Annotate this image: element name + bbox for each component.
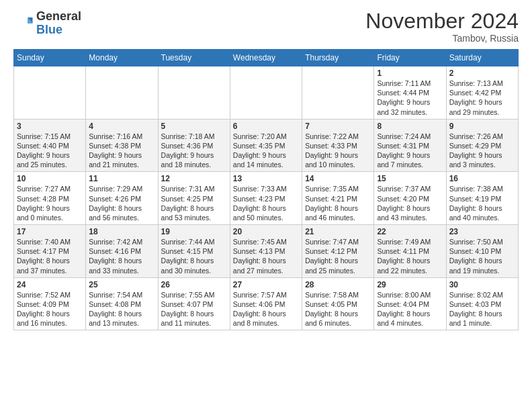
calendar-cell-w1-d3 <box>158 66 230 120</box>
day-info: Sunrise: 7:22 AM Sunset: 4:33 PM Dayligh… <box>305 132 371 170</box>
logo-text: General Blue <box>36 10 81 37</box>
col-thursday: Thursday <box>302 50 374 66</box>
day-info: Sunrise: 8:00 AM Sunset: 4:04 PM Dayligh… <box>377 290 443 328</box>
calendar-cell-w5-d3: 26Sunrise: 7:55 AM Sunset: 4:07 PM Dayli… <box>158 277 230 330</box>
col-saturday: Saturday <box>446 50 518 66</box>
day-number: 26 <box>161 280 227 289</box>
calendar-cell-w1-d1 <box>14 66 86 120</box>
day-info: Sunrise: 7:26 AM Sunset: 4:29 PM Dayligh… <box>449 132 515 170</box>
day-info: Sunrise: 7:50 AM Sunset: 4:10 PM Dayligh… <box>449 237 515 275</box>
col-wednesday: Wednesday <box>230 50 302 66</box>
calendar-cell-w3-d7: 16Sunrise: 7:38 AM Sunset: 4:19 PM Dayli… <box>446 172 518 225</box>
calendar-cell-w2-d7: 9Sunrise: 7:26 AM Sunset: 4:29 PM Daylig… <box>446 119 518 172</box>
calendar-cell-w4-d3: 19Sunrise: 7:44 AM Sunset: 4:15 PM Dayli… <box>158 225 230 278</box>
day-info: Sunrise: 7:20 AM Sunset: 4:35 PM Dayligh… <box>233 132 299 170</box>
day-info: Sunrise: 7:15 AM Sunset: 4:40 PM Dayligh… <box>17 132 83 170</box>
day-number: 1 <box>377 68 443 78</box>
calendar-cell-w4-d1: 17Sunrise: 7:40 AM Sunset: 4:17 PM Dayli… <box>14 225 86 278</box>
month-title: November 2024 <box>365 10 519 32</box>
day-number: 27 <box>233 280 299 289</box>
calendar-cell-w5-d4: 27Sunrise: 7:57 AM Sunset: 4:06 PM Dayli… <box>230 277 302 330</box>
calendar-cell-w1-d5 <box>302 66 374 120</box>
day-info: Sunrise: 7:11 AM Sunset: 4:44 PM Dayligh… <box>377 79 443 117</box>
calendar-cell-w4-d5: 21Sunrise: 7:47 AM Sunset: 4:12 PM Dayli… <box>302 225 374 278</box>
calendar-cell-w2-d3: 5Sunrise: 7:18 AM Sunset: 4:36 PM Daylig… <box>158 119 230 172</box>
calendar-cell-w2-d6: 8Sunrise: 7:24 AM Sunset: 4:31 PM Daylig… <box>374 119 446 172</box>
calendar-cell-w4-d2: 18Sunrise: 7:42 AM Sunset: 4:16 PM Dayli… <box>86 225 158 278</box>
day-number: 29 <box>377 280 443 289</box>
title-area: November 2024 Tambov, Russia <box>365 10 519 44</box>
page: General Blue November 2024 Tambov, Russi… <box>0 0 532 411</box>
day-number: 22 <box>377 227 443 236</box>
day-number: 3 <box>17 122 83 131</box>
day-info: Sunrise: 7:37 AM Sunset: 4:20 PM Dayligh… <box>377 184 443 222</box>
week-row-3: 10Sunrise: 7:27 AM Sunset: 4:28 PM Dayli… <box>14 172 519 225</box>
logo: General Blue <box>13 10 81 37</box>
calendar-cell-w3-d5: 14Sunrise: 7:35 AM Sunset: 4:21 PM Dayli… <box>302 172 374 225</box>
calendar-cell-w1-d4 <box>230 66 302 120</box>
week-row-2: 3Sunrise: 7:15 AM Sunset: 4:40 PM Daylig… <box>14 119 519 172</box>
day-number: 20 <box>233 227 299 236</box>
calendar-cell-w5-d6: 29Sunrise: 8:00 AM Sunset: 4:04 PM Dayli… <box>374 277 446 330</box>
day-info: Sunrise: 7:58 AM Sunset: 4:05 PM Dayligh… <box>305 290 371 328</box>
calendar-cell-w1-d2 <box>86 66 158 120</box>
calendar-cell-w4-d7: 23Sunrise: 7:50 AM Sunset: 4:10 PM Dayli… <box>446 225 518 278</box>
day-info: Sunrise: 7:52 AM Sunset: 4:09 PM Dayligh… <box>17 290 83 328</box>
day-info: Sunrise: 7:42 AM Sunset: 4:16 PM Dayligh… <box>89 237 154 275</box>
calendar-cell-w5-d7: 30Sunrise: 8:02 AM Sunset: 4:03 PM Dayli… <box>446 277 518 330</box>
day-number: 28 <box>305 280 371 289</box>
calendar-cell-w4-d6: 22Sunrise: 7:49 AM Sunset: 4:11 PM Dayli… <box>374 225 446 278</box>
day-number: 16 <box>449 174 515 183</box>
day-number: 2 <box>449 68 515 78</box>
col-sunday: Sunday <box>14 50 86 66</box>
day-number: 21 <box>305 227 371 236</box>
calendar-cell-w5-d5: 28Sunrise: 7:58 AM Sunset: 4:05 PM Dayli… <box>302 277 374 330</box>
day-number: 8 <box>377 122 443 131</box>
week-row-5: 24Sunrise: 7:52 AM Sunset: 4:09 PM Dayli… <box>14 277 519 330</box>
day-info: Sunrise: 8:02 AM Sunset: 4:03 PM Dayligh… <box>449 290 515 328</box>
day-number: 4 <box>89 122 154 131</box>
day-info: Sunrise: 7:24 AM Sunset: 4:31 PM Dayligh… <box>377 132 443 170</box>
day-number: 6 <box>233 122 299 131</box>
day-info: Sunrise: 7:27 AM Sunset: 4:28 PM Dayligh… <box>17 184 83 222</box>
col-friday: Friday <box>374 50 446 66</box>
calendar-cell-w2-d5: 7Sunrise: 7:22 AM Sunset: 4:33 PM Daylig… <box>302 119 374 172</box>
day-info: Sunrise: 7:35 AM Sunset: 4:21 PM Dayligh… <box>305 184 371 222</box>
calendar-cell-w1-d7: 2Sunrise: 7:13 AM Sunset: 4:42 PM Daylig… <box>446 66 518 120</box>
day-number: 10 <box>17 174 83 183</box>
day-number: 23 <box>449 227 515 236</box>
calendar-cell-w2-d4: 6Sunrise: 7:20 AM Sunset: 4:35 PM Daylig… <box>230 119 302 172</box>
calendar-cell-w3-d6: 15Sunrise: 7:37 AM Sunset: 4:20 PM Dayli… <box>374 172 446 225</box>
day-info: Sunrise: 7:57 AM Sunset: 4:06 PM Dayligh… <box>233 290 299 328</box>
day-number: 25 <box>89 280 154 289</box>
day-number: 12 <box>161 174 227 183</box>
calendar-cell-w2-d2: 4Sunrise: 7:16 AM Sunset: 4:38 PM Daylig… <box>86 119 158 172</box>
day-info: Sunrise: 7:13 AM Sunset: 4:42 PM Dayligh… <box>449 79 515 117</box>
day-info: Sunrise: 7:40 AM Sunset: 4:17 PM Dayligh… <box>17 237 83 275</box>
day-info: Sunrise: 7:33 AM Sunset: 4:23 PM Dayligh… <box>233 184 299 222</box>
day-info: Sunrise: 7:31 AM Sunset: 4:25 PM Dayligh… <box>161 184 227 222</box>
day-info: Sunrise: 7:45 AM Sunset: 4:13 PM Dayligh… <box>233 237 299 275</box>
week-row-4: 17Sunrise: 7:40 AM Sunset: 4:17 PM Dayli… <box>14 225 519 278</box>
day-number: 13 <box>233 174 299 183</box>
day-number: 14 <box>305 174 371 183</box>
logo-icon <box>13 13 34 34</box>
day-info: Sunrise: 7:54 AM Sunset: 4:08 PM Dayligh… <box>89 290 154 328</box>
day-info: Sunrise: 7:16 AM Sunset: 4:38 PM Dayligh… <box>89 132 154 170</box>
calendar-cell-w5-d1: 24Sunrise: 7:52 AM Sunset: 4:09 PM Dayli… <box>14 277 86 330</box>
logo-blue: Blue <box>36 23 62 36</box>
day-info: Sunrise: 7:55 AM Sunset: 4:07 PM Dayligh… <box>161 290 227 328</box>
header: General Blue November 2024 Tambov, Russi… <box>13 10 519 44</box>
calendar-header-row: Sunday Monday Tuesday Wednesday Thursday… <box>14 50 519 66</box>
day-info: Sunrise: 7:44 AM Sunset: 4:15 PM Dayligh… <box>161 237 227 275</box>
day-number: 11 <box>89 174 154 183</box>
day-info: Sunrise: 7:38 AM Sunset: 4:19 PM Dayligh… <box>449 184 515 222</box>
day-number: 5 <box>161 122 227 131</box>
day-number: 18 <box>89 227 154 236</box>
day-number: 9 <box>449 122 515 131</box>
location: Tambov, Russia <box>365 33 519 44</box>
day-number: 15 <box>377 174 443 183</box>
day-number: 17 <box>17 227 83 236</box>
col-tuesday: Tuesday <box>158 50 230 66</box>
day-number: 7 <box>305 122 371 131</box>
